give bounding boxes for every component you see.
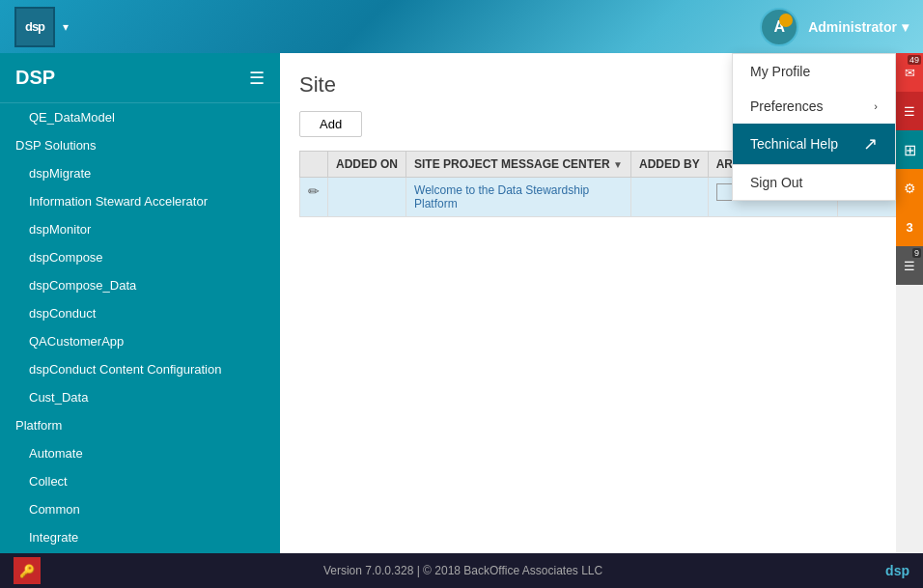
header-right: A Administrator ▾ bbox=[760, 8, 909, 46]
sign-out-label: Sign Out bbox=[750, 175, 802, 190]
sidebar-item-dspmigrate[interactable]: dspMigrate bbox=[0, 159, 280, 187]
number-icon-button[interactable]: 3 bbox=[896, 208, 923, 246]
sidebar-item-automate[interactable]: Automate bbox=[0, 439, 280, 467]
sidebar-item-dsp-solutions[interactable]: DSP Solutions bbox=[0, 131, 280, 159]
mail-icon: ✉ bbox=[905, 66, 915, 80]
edit-pencil-icon[interactable]: ✏ bbox=[308, 183, 320, 199]
sidebar: DSP ☰ QE_DataModel DSP Solutions dspMigr… bbox=[0, 53, 280, 553]
logo-text: dsp bbox=[25, 19, 44, 34]
row-message-text: Welcome to the Data Stewardship Platform bbox=[414, 183, 589, 210]
gear-icon-button[interactable]: ⚙ bbox=[896, 169, 923, 208]
sidebar-item-dspconduct[interactable]: dspConduct bbox=[0, 299, 280, 327]
right-icons-panel: ✉ 49 ☰ ⊞ ⚙ 3 ☰ 9 bbox=[896, 53, 923, 553]
status-dot bbox=[779, 14, 793, 27]
sidebar-item-dspconduct-content[interactable]: dspConduct Content Configuration bbox=[0, 355, 280, 383]
sidebar-item-dspcompose-data[interactable]: dspCompose_Data bbox=[0, 271, 280, 299]
col-header-added-by: ADDED BY bbox=[630, 152, 708, 178]
sidebar-item-common[interactable]: Common bbox=[0, 495, 280, 523]
footer-icon-box: 🔑 bbox=[14, 557, 41, 584]
sidebar-item-integrate[interactable]: Integrate bbox=[0, 523, 280, 551]
col-header-message[interactable]: SITE PROJECT MESSAGE CENTER ▼ bbox=[406, 152, 631, 178]
admin-label: Administrator bbox=[808, 19, 897, 35]
dropdown-sign-out[interactable]: Sign Out bbox=[733, 165, 895, 200]
gear-icon: ⚙ bbox=[904, 181, 916, 196]
admin-dropdown-button[interactable]: Administrator ▾ bbox=[808, 19, 909, 35]
add-button[interactable]: Add bbox=[299, 111, 362, 137]
col-added-on-label: ADDED ON bbox=[336, 157, 398, 171]
list-icon: ☰ bbox=[904, 104, 915, 119]
sidebar-menu-icon[interactable]: ☰ bbox=[249, 68, 265, 89]
dropdown-technical-help[interactable]: Technical Help ↗ bbox=[733, 124, 895, 164]
technical-help-label: Technical Help bbox=[750, 136, 838, 152]
cursor-pointer-icon: ↗ bbox=[863, 133, 878, 154]
main-layout: DSP ☰ QE_DataModel DSP Solutions dspMigr… bbox=[0, 53, 923, 553]
list2-icon: ☰ bbox=[904, 259, 915, 273]
content-wrapper: Site Add ADDED ON SITE PROJECT MESSAGE C… bbox=[280, 53, 923, 553]
mail-badge: 49 bbox=[908, 55, 921, 65]
sidebar-item-info-steward[interactable]: Information Steward Accelerator bbox=[0, 187, 280, 215]
user-dropdown-menu: My Profile Preferences › Technical Help … bbox=[732, 53, 896, 201]
sort-arrow-icon: ▼ bbox=[613, 159, 623, 170]
col-header-added-on: ADDED ON bbox=[328, 152, 406, 178]
dropdown-preferences[interactable]: Preferences › bbox=[733, 89, 895, 124]
footer-dsp-label: dsp bbox=[885, 563, 909, 578]
sidebar-item-cust-data[interactable]: Cust_Data bbox=[0, 383, 280, 411]
preferences-arrow: › bbox=[874, 100, 878, 112]
col-message-label: SITE PROJECT MESSAGE CENTER bbox=[414, 157, 610, 171]
sidebar-item-dspcompose[interactable]: dspCompose bbox=[0, 243, 280, 271]
admin-chevron: ▾ bbox=[902, 19, 909, 35]
dropdown-my-profile[interactable]: My Profile bbox=[733, 54, 895, 89]
row-added-on-cell bbox=[328, 178, 406, 217]
logo-chevron[interactable]: ▾ bbox=[63, 20, 69, 34]
col-added-by-label: ADDED BY bbox=[639, 157, 700, 171]
map-icon: ⊞ bbox=[904, 141, 916, 159]
sidebar-item-qe-datamodel[interactable]: QE_DataModel bbox=[0, 103, 280, 131]
list2-icon-button[interactable]: ☰ 9 bbox=[896, 246, 923, 285]
row-message-cell: Welcome to the Data Stewardship Platform bbox=[406, 178, 631, 217]
row-edit-cell[interactable]: ✏ bbox=[300, 178, 328, 217]
list2-badge: 9 bbox=[912, 248, 921, 258]
logo-box: dsp bbox=[14, 7, 55, 47]
sidebar-item-qacustomerapp[interactable]: QACustomerApp bbox=[0, 327, 280, 355]
footer-logo-area: 🔑 bbox=[14, 557, 41, 584]
footer-icon: 🔑 bbox=[19, 564, 35, 578]
my-profile-label: My Profile bbox=[750, 64, 810, 79]
mail-icon-button[interactable]: ✉ 49 bbox=[896, 53, 923, 92]
footer-version-text: Version 7.0.0.328 | © 2018 BackOffice As… bbox=[323, 564, 602, 577]
sidebar-item-dspmonitor[interactable]: dspMonitor bbox=[0, 215, 280, 243]
row-added-by-cell bbox=[630, 178, 708, 217]
col-header-edit bbox=[300, 152, 328, 178]
logo-area: dsp ▾ bbox=[14, 7, 69, 47]
map-icon-button[interactable]: ⊞ bbox=[896, 130, 923, 169]
archive-checkbox[interactable] bbox=[716, 183, 734, 201]
avatar: A bbox=[760, 8, 798, 46]
app-header: dsp ▾ A Administrator ▾ bbox=[0, 0, 923, 53]
app-footer: 🔑 Version 7.0.0.328 | © 2018 BackOffice … bbox=[0, 553, 923, 588]
preferences-label: Preferences bbox=[750, 98, 823, 114]
list-icon-button[interactable]: ☰ bbox=[896, 92, 923, 130]
sidebar-header: DSP ☰ bbox=[0, 53, 280, 103]
sidebar-item-platform[interactable]: Platform bbox=[0, 411, 280, 439]
number-label: 3 bbox=[906, 220, 912, 235]
sidebar-title: DSP bbox=[15, 67, 55, 89]
sidebar-item-collect[interactable]: Collect bbox=[0, 467, 280, 495]
